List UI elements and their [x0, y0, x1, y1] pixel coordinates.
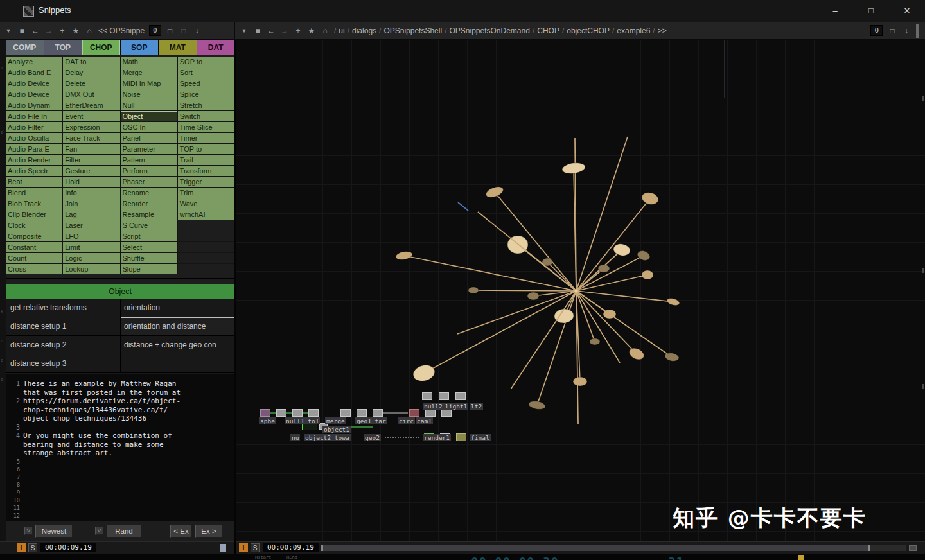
newest-button[interactable]: Newest — [35, 525, 73, 538]
favorite-icon[interactable]: ★ — [307, 26, 316, 35]
stop-icon[interactable]: ■ — [253, 26, 262, 35]
newest-dropdown-button[interactable]: V — [24, 527, 33, 535]
minimize-button[interactable]: – — [817, 0, 853, 22]
op-dmx-out[interactable]: DMX Out — [63, 89, 119, 100]
add-icon[interactable]: + — [294, 26, 303, 35]
op-info[interactable]: Info — [63, 188, 119, 198]
op-trail[interactable]: Trail — [178, 155, 234, 165]
description-editor[interactable]: 1These is an example by Matthew Ragantha… — [6, 374, 234, 521]
node-box[interactable] — [425, 409, 436, 417]
network-editor[interactable]: sphenull1_to1mergegeo1_tarcirccam1null2l… — [236, 40, 925, 541]
op-splice[interactable]: Splice — [178, 89, 234, 100]
tab-top[interactable]: TOP — [44, 40, 82, 55]
scrollbar-end-button[interactable] — [909, 545, 917, 551]
node-box[interactable] — [292, 409, 303, 417]
node-label[interactable]: final — [470, 434, 491, 441]
home-icon[interactable]: ⌂ — [321, 26, 330, 35]
op-slope[interactable]: Slope — [121, 264, 177, 274]
op-delete[interactable]: Delete — [63, 78, 119, 89]
op-midi-in-map[interactable]: MIDI In Map — [121, 78, 177, 89]
detach-icon[interactable]: ↓ — [193, 26, 202, 35]
op-wrnchai[interactable]: wrnchAI — [178, 209, 234, 220]
node-label[interactable]: nu — [290, 434, 300, 441]
node-label[interactable]: circ — [398, 417, 415, 424]
i-toggle[interactable]: I — [239, 543, 248, 552]
tab-comp[interactable]: COMP — [6, 40, 44, 55]
op-audio-device[interactable]: Audio Device — [6, 89, 62, 100]
op-analyze[interactable]: Analyze — [6, 57, 62, 67]
back-icon[interactable]: ← — [31, 26, 40, 35]
op-audio-device[interactable]: Audio Device — [6, 78, 62, 89]
close-button[interactable]: ✕ — [889, 0, 925, 22]
op-count[interactable]: Count — [6, 253, 62, 263]
example-desc[interactable]: orientation and distance — [121, 317, 234, 335]
op-clip-blender[interactable]: Clip Blender — [6, 209, 62, 220]
op-trigger[interactable]: Trigger — [178, 177, 234, 187]
op-lfo[interactable]: LFO — [63, 231, 119, 241]
dropdown-icon[interactable]: ▼ — [240, 28, 249, 34]
breadcrumb-opsnippetsshell[interactable]: OPSnippetsShell — [383, 26, 442, 35]
op-dat-to[interactable]: DAT to — [63, 57, 119, 67]
node-box[interactable] — [455, 392, 466, 400]
s-toggle[interactable]: S — [251, 543, 260, 552]
op-parameter[interactable]: Parameter — [121, 144, 177, 154]
op-script[interactable]: Script — [121, 231, 177, 241]
scrollbar-handle[interactable] — [220, 544, 226, 552]
next-example-button[interactable]: Ex > — [195, 525, 222, 538]
breadcrumb-chop[interactable]: CHOP — [537, 26, 559, 35]
op-laser[interactable]: Laser — [63, 220, 119, 231]
node-box[interactable] — [308, 409, 319, 417]
node-box[interactable] — [260, 409, 270, 417]
op-null[interactable]: Null — [121, 100, 177, 110]
node-label[interactable]: sphe — [259, 417, 276, 424]
tab-chop[interactable]: CHOP — [82, 40, 120, 55]
op-phaser[interactable]: Phaser — [121, 177, 177, 187]
op-face-track[interactable]: Face Track — [63, 133, 119, 143]
op-perform[interactable]: Perform — [121, 166, 177, 176]
i-toggle[interactable]: I — [17, 543, 26, 552]
home-icon[interactable]: ⌂ — [85, 26, 94, 35]
op-noise[interactable]: Noise — [121, 89, 177, 100]
op-etherdream[interactable]: EtherDream — [63, 100, 119, 110]
prev-example-button[interactable]: < Ex — [170, 525, 192, 538]
window-icon[interactable]: □ — [888, 26, 897, 35]
op-merge[interactable]: Merge — [121, 67, 177, 78]
scrollbar-thumb[interactable] — [321, 545, 870, 551]
example-desc[interactable]: orientation — [121, 299, 234, 317]
stop-icon[interactable]: ■ — [17, 26, 26, 35]
window-icon[interactable]: □ — [166, 26, 175, 35]
favorite-icon[interactable]: ★ — [71, 26, 80, 35]
node-label[interactable]: geo2 — [364, 434, 381, 441]
window-icon[interactable]: □ — [179, 26, 188, 35]
tab-sop[interactable]: SOP — [121, 40, 159, 55]
op-cross[interactable]: Cross — [6, 264, 62, 274]
breadcrumb-example6[interactable]: example6 — [617, 26, 650, 35]
node-label[interactable]: light1 — [444, 403, 468, 410]
breadcrumb-opsnippetsondemand[interactable]: OPSnippetsOnDemand — [449, 26, 529, 35]
op-limit[interactable]: Limit — [63, 242, 119, 252]
op-reorder[interactable]: Reorder — [121, 198, 177, 209]
op-osc-in[interactable]: OSC In — [121, 122, 177, 132]
tab-dat[interactable]: DAT — [197, 40, 235, 55]
op-logic[interactable]: Logic — [63, 253, 119, 263]
op-beat[interactable]: Beat — [6, 177, 62, 187]
opsnippets-link[interactable]: << OPSnippe — [98, 26, 145, 35]
s-toggle[interactable]: S — [28, 543, 37, 552]
example-name[interactable]: get relative transforms — [6, 299, 121, 317]
op-object[interactable]: Object — [121, 111, 177, 121]
detach-icon[interactable]: ↓ — [902, 26, 911, 35]
op-shuffle[interactable]: Shuffle — [121, 253, 177, 263]
breadcrumb-forward[interactable]: >> — [658, 26, 667, 35]
op-time-slice[interactable]: Time Slice — [178, 122, 234, 132]
breadcrumb-ui[interactable]: ui — [339, 26, 344, 35]
op-audio-spectr[interactable]: Audio Spectr — [6, 166, 62, 176]
op-top-to[interactable]: TOP to — [178, 144, 234, 154]
op-blend[interactable]: Blend — [6, 188, 62, 198]
op-clock[interactable]: Clock — [6, 220, 62, 231]
op-audio-filter[interactable]: Audio Filter — [6, 122, 62, 132]
node-label[interactable]: cam1 — [416, 417, 433, 424]
op-audio-band-e[interactable]: Audio Band E — [6, 67, 62, 78]
tab-mat[interactable]: MAT — [159, 40, 197, 55]
op-join[interactable]: Join — [63, 198, 119, 209]
op-rename[interactable]: Rename — [121, 188, 177, 198]
